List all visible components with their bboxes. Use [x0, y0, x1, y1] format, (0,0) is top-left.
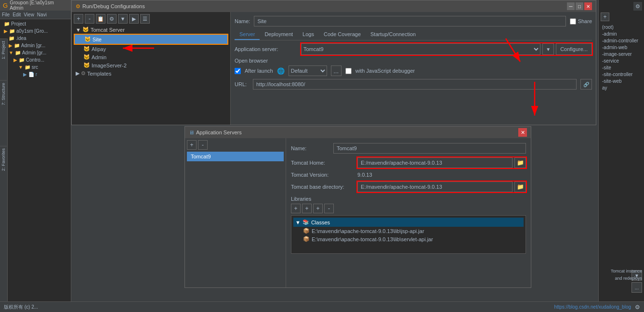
app-server-label: Application server:	[235, 46, 297, 52]
lib-remove-btn[interactable]: -	[324, 204, 334, 213]
vert-label-project[interactable]: 1: Project	[0, 39, 7, 61]
as-name-input[interactable]	[333, 143, 526, 154]
right-item-root[interactable]: (root)	[601, 24, 642, 30]
run-debug-minimize[interactable]: ─	[567, 2, 575, 10]
tab-deployment[interactable]: Deployment	[260, 29, 298, 40]
folder-icon: ▶ 📁	[4, 28, 15, 34]
imageserver-config-item[interactable]: 🐱 ImageServer-2	[74, 61, 228, 69]
right-item-service[interactable]: -service	[601, 58, 642, 64]
admin-label: Admin	[92, 54, 106, 60]
tree-item-contro[interactable]: ▶ 📁 Contro...	[1, 56, 70, 64]
right-item-image-server[interactable]: -image-server	[601, 51, 642, 57]
as-name-row: Name:	[291, 143, 526, 154]
tab-logs[interactable]: Logs	[298, 29, 319, 40]
name-input[interactable]	[254, 16, 565, 26]
after-launch-checkbox[interactable]	[235, 68, 241, 74]
url-open-btn[interactable]: 🔗	[580, 79, 592, 90]
tree-item-a0y1sm[interactable]: ▶ 📁 a0y1sm [Gro...	[1, 27, 70, 35]
app-server-dropdown-btn[interactable]: ▼	[542, 43, 554, 55]
tree-item-idea[interactable]: 📁 .idea	[1, 35, 70, 42]
classes-icon: 📚	[302, 219, 309, 225]
tree-label: a0y1sm [Gro...	[16, 28, 48, 34]
right-bottom-controls: ▼ ...	[631, 270, 642, 293]
imageserver-icon: 🐱	[83, 62, 90, 68]
run-debug-title-text: Run/Debug Configurations	[82, 3, 145, 9]
open-browser-label: Open browser	[235, 58, 592, 64]
after-launch-label: After launch	[245, 68, 273, 74]
alipay-label: Alipay	[92, 46, 106, 52]
right-item-site-controller[interactable]: -site-controller	[601, 71, 642, 78]
as-basedir-input[interactable]	[357, 182, 513, 192]
menu-navi[interactable]: Navi	[37, 12, 47, 17]
lib-add2-btn[interactable]: +	[302, 204, 312, 213]
run-debug-title-bar: ⚙ Run/Debug Configurations ─ □ ✕	[72, 0, 596, 12]
tree-item-src[interactable]: ▼ 📁 src	[1, 64, 70, 71]
sort-btn[interactable]: ☰	[140, 14, 150, 24]
right-item-admin-controller[interactable]: -admin-controller	[601, 38, 642, 44]
menu-edit[interactable]: Edit	[13, 12, 21, 17]
run-debug-window-controls: ─ □ ✕	[567, 2, 592, 10]
tab-startup-connection[interactable]: Startup/Connection	[366, 29, 421, 40]
tomcat-instance-text: Tomcat instance	[611, 269, 642, 273]
configure-btn[interactable]: Configure...	[556, 43, 592, 55]
ide-top-bar: G Groupon [E:\a0y1sm Admin	[0, 0, 71, 11]
lib-add-btn[interactable]: +	[291, 204, 301, 213]
app-servers-close[interactable]: ✕	[518, 128, 527, 137]
right-item-site-web[interactable]: -site-web	[601, 78, 642, 84]
as-add-btn[interactable]: +	[187, 140, 197, 150]
as-home-input[interactable]	[357, 157, 513, 168]
dropdown-btn[interactable]: ▼	[118, 14, 128, 24]
settings-btn[interactable]: ⚙	[107, 14, 117, 24]
folder-icon-contro: ▶ 📁	[13, 57, 25, 63]
run-debug-maximize[interactable]: □	[576, 2, 583, 10]
folder-icon-src: ▼ 📁	[18, 65, 30, 70]
admin-config-item[interactable]: 🐱 Admin	[74, 53, 228, 61]
templates-label: Templates	[87, 71, 111, 77]
menu-file[interactable]: File	[2, 12, 10, 17]
tree-item-admin2[interactable]: ▼ 📁 Admin [gr...	[1, 49, 70, 56]
classes-group[interactable]: ▼ 📚 Classes	[293, 218, 524, 227]
right-item-admin[interactable]: -admin	[601, 31, 642, 37]
app-server-select[interactable]: Tomcat9	[301, 43, 540, 55]
tomcat-server-group[interactable]: ▼ 🐱 Tomcat Server	[74, 26, 228, 34]
as-basedir-label: Tomcat base directory:	[291, 184, 354, 190]
right-item-ay[interactable]: ay	[601, 85, 642, 91]
vert-label-favorites[interactable]: 2: Favorites	[0, 146, 7, 173]
templates-group[interactable]: ▶ ⚙ Templates	[74, 69, 228, 78]
add-config-btn[interactable]: +	[74, 14, 83, 24]
js-debugger-checkbox[interactable]	[345, 68, 352, 74]
share-checkbox[interactable]	[570, 18, 576, 25]
tab-server[interactable]: Server	[235, 29, 260, 40]
as-home-browse-btn[interactable]: 📁	[514, 157, 526, 168]
as-tomcat9-item[interactable]: Tomcat9	[187, 152, 284, 161]
lib-add3-btn[interactable]: +	[313, 204, 323, 213]
admin-icon: 🐱	[83, 54, 90, 60]
lib-item-1[interactable]: 📦 E:\mavendir\apache-tomcat-9.0.13\lib\s…	[293, 235, 524, 243]
copy-config-btn[interactable]: 📋	[96, 14, 105, 24]
site-config-item[interactable]: 🐱 Site	[74, 34, 228, 45]
status-bar: 版权所有 (c) 2... https://blog.csdn.net/xuda…	[0, 301, 644, 312]
tree-item-admin1[interactable]: ▶ 📁 Admin [gr...	[1, 42, 70, 49]
tree-tab-project[interactable]: 📁 Project	[1, 20, 70, 27]
as-remove-btn[interactable]: -	[198, 140, 208, 150]
url-input[interactable]	[253, 79, 577, 90]
tree-item-r[interactable]: ▶ 📄 r	[1, 71, 70, 78]
run-debug-close[interactable]: ✕	[584, 2, 592, 10]
run-btn[interactable]: ▶	[129, 14, 139, 24]
browser-select[interactable]: Default	[289, 65, 327, 76]
alipay-config-item[interactable]: 🐱 Alipay	[74, 45, 228, 53]
right-item-admin-web[interactable]: -admin-web	[601, 44, 642, 51]
status-settings-btn[interactable]: ⚙	[635, 304, 640, 311]
browser-options-btn[interactable]: ...	[331, 65, 342, 76]
remove-config-btn[interactable]: -	[85, 14, 94, 24]
lib-item-0[interactable]: 📦 E:\mavendir\apache-tomcat-9.0.13\lib\j…	[293, 227, 524, 235]
right-plus-btn[interactable]: +	[601, 13, 609, 21]
menu-view[interactable]: View	[24, 12, 34, 17]
right-more-btn[interactable]: ...	[631, 282, 642, 293]
tab-code-coverage[interactable]: Code Coverage	[319, 29, 366, 40]
right-item-site[interactable]: -site	[601, 65, 642, 71]
as-basedir-browse-btn[interactable]: 📁	[514, 182, 526, 192]
vert-label-structure[interactable]: 7: Structure	[0, 80, 7, 107]
as-home-label: Tomcat Home:	[291, 160, 354, 166]
right-settings-btn[interactable]: ⚙	[633, 2, 642, 11]
